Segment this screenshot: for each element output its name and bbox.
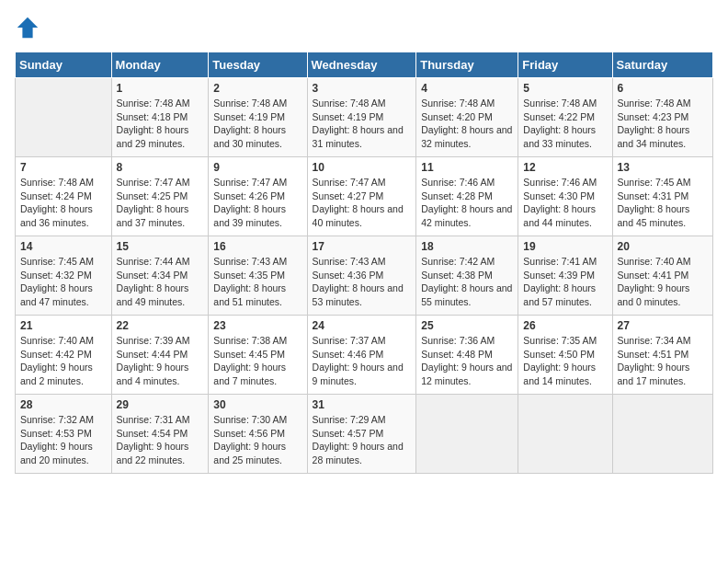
day-number: 8	[117, 161, 204, 174]
day-info: Sunrise: 7:45 AMSunset: 4:31 PMDaylight:…	[618, 176, 708, 230]
day-number: 9	[213, 161, 301, 174]
day-number: 1	[117, 82, 204, 95]
calendar-cell: 20Sunrise: 7:40 AMSunset: 4:41 PMDayligh…	[612, 236, 712, 316]
day-number: 31	[313, 398, 412, 411]
day-number: 26	[523, 319, 607, 332]
day-header-tuesday: Tuesday	[209, 52, 307, 78]
calendar-cell: 10Sunrise: 7:47 AMSunset: 4:27 PMDayligh…	[307, 157, 416, 236]
calendar-cell: 31Sunrise: 7:29 AMSunset: 4:57 PMDayligh…	[307, 395, 416, 474]
day-info: Sunrise: 7:41 AMSunset: 4:39 PMDaylight:…	[523, 255, 607, 309]
day-number: 25	[421, 319, 513, 332]
day-number: 27	[618, 319, 708, 332]
day-info: Sunrise: 7:42 AMSunset: 4:38 PMDaylight:…	[421, 255, 513, 309]
day-info: Sunrise: 7:39 AMSunset: 4:44 PMDaylight:…	[117, 334, 204, 388]
calendar-cell: 6Sunrise: 7:48 AMSunset: 4:23 PMDaylight…	[612, 78, 712, 157]
calendar-cell: 17Sunrise: 7:43 AMSunset: 4:36 PMDayligh…	[307, 236, 416, 316]
day-number: 6	[618, 82, 708, 95]
calendar-cell: 13Sunrise: 7:45 AMSunset: 4:31 PMDayligh…	[612, 157, 712, 236]
calendar-cell: 5Sunrise: 7:48 AMSunset: 4:22 PMDaylight…	[518, 78, 612, 157]
calendar-cell: 24Sunrise: 7:37 AMSunset: 4:46 PMDayligh…	[307, 316, 416, 395]
day-number: 3	[313, 82, 412, 95]
calendar-cell: 22Sunrise: 7:39 AMSunset: 4:44 PMDayligh…	[111, 316, 209, 395]
calendar-cell: 26Sunrise: 7:35 AMSunset: 4:50 PMDayligh…	[518, 316, 612, 395]
calendar-cell: 2Sunrise: 7:48 AMSunset: 4:19 PMDaylight…	[209, 78, 307, 157]
calendar-cell: 11Sunrise: 7:46 AMSunset: 4:28 PMDayligh…	[416, 157, 518, 236]
day-info: Sunrise: 7:43 AMSunset: 4:35 PMDaylight:…	[213, 255, 301, 309]
day-number: 5	[523, 82, 607, 95]
calendar-cell: 15Sunrise: 7:44 AMSunset: 4:34 PMDayligh…	[111, 236, 209, 316]
day-info: Sunrise: 7:36 AMSunset: 4:48 PMDaylight:…	[421, 334, 513, 388]
calendar-cell: 14Sunrise: 7:45 AMSunset: 4:32 PMDayligh…	[16, 236, 112, 316]
day-number: 12	[523, 161, 607, 174]
day-info: Sunrise: 7:40 AMSunset: 4:42 PMDaylight:…	[20, 334, 107, 388]
day-number: 10	[313, 161, 412, 174]
day-header-monday: Monday	[111, 52, 209, 78]
calendar-cell: 29Sunrise: 7:31 AMSunset: 4:54 PMDayligh…	[111, 395, 209, 474]
day-info: Sunrise: 7:48 AMSunset: 4:19 PMDaylight:…	[213, 97, 301, 151]
day-info: Sunrise: 7:46 AMSunset: 4:30 PMDaylight:…	[523, 176, 607, 230]
calendar-cell: 28Sunrise: 7:32 AMSunset: 4:53 PMDayligh…	[16, 395, 112, 474]
day-number: 28	[20, 398, 107, 411]
day-number: 7	[20, 161, 107, 174]
day-header-saturday: Saturday	[612, 52, 712, 78]
calendar-cell: 3Sunrise: 7:48 AMSunset: 4:19 PMDaylight…	[307, 78, 416, 157]
calendar-cell: 7Sunrise: 7:48 AMSunset: 4:24 PMDaylight…	[16, 157, 112, 236]
calendar-cell: 4Sunrise: 7:48 AMSunset: 4:20 PMDaylight…	[416, 78, 518, 157]
day-info: Sunrise: 7:31 AMSunset: 4:54 PMDaylight:…	[117, 413, 204, 467]
day-info: Sunrise: 7:30 AMSunset: 4:56 PMDaylight:…	[213, 413, 301, 467]
calendar-cell: 1Sunrise: 7:48 AMSunset: 4:18 PMDaylight…	[111, 78, 209, 157]
day-info: Sunrise: 7:46 AMSunset: 4:28 PMDaylight:…	[421, 176, 513, 230]
day-info: Sunrise: 7:45 AMSunset: 4:32 PMDaylight:…	[20, 255, 107, 309]
day-info: Sunrise: 7:48 AMSunset: 4:18 PMDaylight:…	[117, 97, 204, 151]
day-number: 23	[213, 319, 301, 332]
day-number: 15	[117, 240, 204, 253]
logo	[15, 15, 44, 40]
day-info: Sunrise: 7:35 AMSunset: 4:50 PMDaylight:…	[523, 334, 607, 388]
calendar-cell: 27Sunrise: 7:34 AMSunset: 4:51 PMDayligh…	[612, 316, 712, 395]
day-number: 20	[618, 240, 708, 253]
day-info: Sunrise: 7:48 AMSunset: 4:19 PMDaylight:…	[313, 97, 412, 151]
calendar-cell	[518, 395, 612, 474]
calendar-table: SundayMondayTuesdayWednesdayThursdayFrid…	[15, 52, 713, 474]
day-info: Sunrise: 7:48 AMSunset: 4:22 PMDaylight:…	[523, 97, 607, 151]
svg-marker-0	[17, 17, 38, 38]
day-info: Sunrise: 7:38 AMSunset: 4:45 PMDaylight:…	[213, 334, 301, 388]
day-header-wednesday: Wednesday	[307, 52, 416, 78]
page-header	[15, 15, 713, 40]
day-number: 29	[117, 398, 204, 411]
calendar-week-2: 14Sunrise: 7:45 AMSunset: 4:32 PMDayligh…	[16, 236, 713, 316]
calendar-cell: 23Sunrise: 7:38 AMSunset: 4:45 PMDayligh…	[209, 316, 307, 395]
calendar-cell	[612, 395, 712, 474]
logo-icon	[15, 15, 40, 40]
day-number: 30	[213, 398, 301, 411]
day-number: 17	[313, 240, 412, 253]
day-number: 22	[117, 319, 204, 332]
day-info: Sunrise: 7:48 AMSunset: 4:20 PMDaylight:…	[421, 97, 513, 151]
calendar-cell: 9Sunrise: 7:47 AMSunset: 4:26 PMDaylight…	[209, 157, 307, 236]
day-info: Sunrise: 7:29 AMSunset: 4:57 PMDaylight:…	[313, 413, 412, 467]
day-header-thursday: Thursday	[416, 52, 518, 78]
day-header-sunday: Sunday	[16, 52, 112, 78]
day-info: Sunrise: 7:34 AMSunset: 4:51 PMDaylight:…	[618, 334, 708, 388]
day-info: Sunrise: 7:40 AMSunset: 4:41 PMDaylight:…	[618, 255, 708, 309]
day-header-friday: Friday	[518, 52, 612, 78]
day-number: 13	[618, 161, 708, 174]
day-number: 11	[421, 161, 513, 174]
day-info: Sunrise: 7:47 AMSunset: 4:26 PMDaylight:…	[213, 176, 301, 230]
calendar-cell: 21Sunrise: 7:40 AMSunset: 4:42 PMDayligh…	[16, 316, 112, 395]
day-number: 14	[20, 240, 107, 253]
calendar-cell: 8Sunrise: 7:47 AMSunset: 4:25 PMDaylight…	[111, 157, 209, 236]
calendar-week-0: 1Sunrise: 7:48 AMSunset: 4:18 PMDaylight…	[16, 78, 713, 157]
calendar-cell	[416, 395, 518, 474]
day-number: 24	[313, 319, 412, 332]
calendar-cell: 18Sunrise: 7:42 AMSunset: 4:38 PMDayligh…	[416, 236, 518, 316]
calendar-week-1: 7Sunrise: 7:48 AMSunset: 4:24 PMDaylight…	[16, 157, 713, 236]
calendar-cell: 30Sunrise: 7:30 AMSunset: 4:56 PMDayligh…	[209, 395, 307, 474]
calendar-week-4: 28Sunrise: 7:32 AMSunset: 4:53 PMDayligh…	[16, 395, 713, 474]
day-info: Sunrise: 7:48 AMSunset: 4:24 PMDaylight:…	[20, 176, 107, 230]
calendar-week-3: 21Sunrise: 7:40 AMSunset: 4:42 PMDayligh…	[16, 316, 713, 395]
day-number: 4	[421, 82, 513, 95]
day-info: Sunrise: 7:47 AMSunset: 4:25 PMDaylight:…	[117, 176, 204, 230]
day-info: Sunrise: 7:48 AMSunset: 4:23 PMDaylight:…	[618, 97, 708, 151]
day-number: 16	[213, 240, 301, 253]
